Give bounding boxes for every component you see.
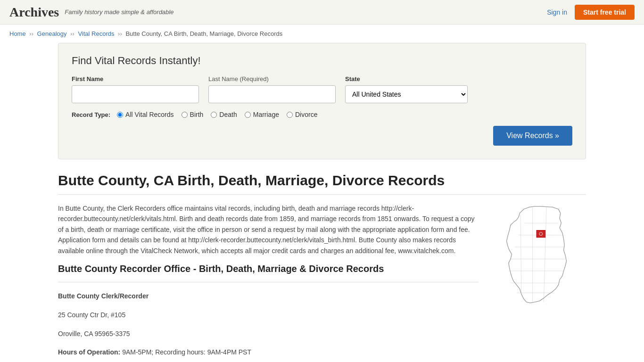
record-type-marriage[interactable]: Marriage	[245, 111, 279, 118]
map-container	[492, 203, 586, 362]
search-box: Find Vital Records Instantly! First Name…	[58, 43, 586, 159]
radio-divorce[interactable]	[287, 112, 293, 118]
office-address1: 25 County Ctr Dr, #105	[58, 310, 479, 321]
breadcrumb: Home ›› Genealogy ›› Vital Records ›› Bu…	[0, 25, 644, 43]
record-type-row: Record Type: All Vital Records Birth Dea…	[72, 111, 572, 118]
california-map	[492, 203, 581, 307]
start-trial-button[interactable]: Start free trial	[575, 5, 635, 20]
main-content: Find Vital Records Instantly! First Name…	[49, 43, 595, 362]
state-group: State All United States	[345, 75, 468, 103]
record-type-death[interactable]: Death	[211, 111, 237, 118]
title-divider	[58, 194, 586, 195]
page-title: Butte County, CA Birth, Death, Marriage,…	[58, 173, 586, 189]
breadcrumb-sep-1: ››	[29, 30, 35, 37]
radio-marriage[interactable]	[245, 112, 251, 118]
header-right: Sign in Start free trial	[547, 5, 635, 20]
office-section-title: Butte County Recorder Office - Birth, De…	[58, 263, 479, 274]
radio-birth[interactable]	[182, 112, 188, 118]
site-tagline: Family history made simple & affordable	[65, 8, 173, 16]
content-area: In Butte County, the Clerk Recorders off…	[58, 203, 586, 362]
last-name-group: Last Name (Required)	[208, 75, 336, 103]
content-text: In Butte County, the Clerk Recorders off…	[58, 203, 479, 362]
radio-all-vital[interactable]	[117, 112, 123, 118]
breadcrumb-sep-2: ››	[70, 30, 76, 37]
header-left: Archives Family history made simple & af…	[9, 5, 173, 20]
page-description: In Butte County, the Clerk Recorders off…	[58, 203, 479, 256]
breadcrumb-home[interactable]: Home	[9, 30, 26, 37]
last-name-label: Last Name (Required)	[208, 75, 336, 82]
breadcrumb-sep-3: ››	[118, 30, 124, 37]
sign-in-link[interactable]: Sign in	[547, 8, 567, 16]
search-title: Find Vital Records Instantly!	[72, 55, 572, 67]
hours-label: Hours of Operation:	[58, 348, 120, 356]
office-divider	[58, 282, 479, 282]
view-records-button[interactable]: View Records »	[493, 126, 572, 146]
record-type-label: Record Type:	[72, 111, 110, 118]
last-name-required: (Required)	[240, 75, 269, 82]
site-header: Archives Family history made simple & af…	[0, 0, 644, 25]
office-address2: Oroville, CA 95965-3375	[58, 329, 479, 340]
office-name: Butte County Clerk/Recorder	[58, 291, 479, 302]
site-logo: Archives	[9, 5, 59, 20]
record-type-birth[interactable]: Birth	[182, 111, 204, 118]
record-type-all[interactable]: All Vital Records	[117, 111, 173, 118]
svg-point-11	[539, 232, 543, 236]
radio-death[interactable]	[211, 112, 217, 118]
search-fields: First Name Last Name (Required) State Al…	[72, 75, 572, 103]
hours-value: 9AM-5PM; Recording hours: 9AM-4PM PST	[122, 348, 251, 356]
breadcrumb-genealogy[interactable]: Genealogy	[37, 30, 67, 37]
first-name-input[interactable]	[72, 85, 199, 103]
breadcrumb-current: Butte County, CA Birth, Death, Marriage,…	[125, 30, 282, 37]
first-name-group: First Name	[72, 75, 199, 103]
record-type-divorce[interactable]: Divorce	[287, 111, 317, 118]
first-name-label: First Name	[72, 75, 199, 82]
last-name-input[interactable]	[208, 85, 336, 103]
office-hours: Hours of Operation: 9AM-5PM; Recording h…	[58, 347, 479, 358]
office-info: Butte County Clerk/Recorder 25 County Ct…	[58, 291, 479, 362]
state-label: State	[345, 75, 468, 82]
state-select[interactable]: All United States	[345, 85, 468, 103]
view-records-row: View Records »	[72, 126, 572, 146]
breadcrumb-vital-records[interactable]: Vital Records	[78, 30, 114, 37]
